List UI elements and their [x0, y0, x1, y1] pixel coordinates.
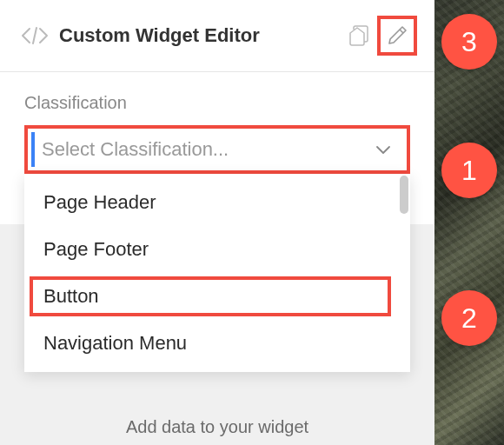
chevron-down-icon: [374, 140, 393, 159]
page-title: Custom Widget Editor: [59, 24, 260, 47]
editor-panel: Custom Widget Editor Add data to your: [0, 0, 434, 445]
clipboard-icon[interactable]: [346, 23, 372, 49]
code-icon: [17, 23, 52, 48]
svg-line-0: [33, 28, 36, 43]
pencil-icon: [385, 23, 409, 48]
option-page-footer[interactable]: Page Footer: [24, 226, 410, 273]
callout-1: 1: [441, 143, 497, 198]
option-navigation-menu[interactable]: Navigation Menu: [24, 320, 410, 367]
header: Custom Widget Editor: [0, 0, 434, 72]
option-button[interactable]: Button: [24, 273, 410, 320]
classification-label: Classification: [24, 93, 410, 113]
preview-strip: 3 1 2: [434, 0, 504, 445]
add-data-label: Add data to your widget: [0, 417, 434, 437]
svg-line-1: [400, 30, 403, 33]
select-placeholder: Select Classification...: [42, 138, 374, 161]
option-page-header[interactable]: Page Header: [24, 179, 410, 226]
callout-3: 3: [441, 14, 497, 70]
scrollbar-thumb[interactable]: [400, 176, 408, 214]
callout-2: 2: [441, 290, 497, 346]
classification-dropdown: Page Header Page Footer Button Navigatio…: [24, 174, 410, 372]
classification-select[interactable]: Select Classification...: [24, 125, 410, 174]
edit-button[interactable]: [377, 16, 417, 56]
body: Classification Select Classification... …: [0, 72, 434, 174]
